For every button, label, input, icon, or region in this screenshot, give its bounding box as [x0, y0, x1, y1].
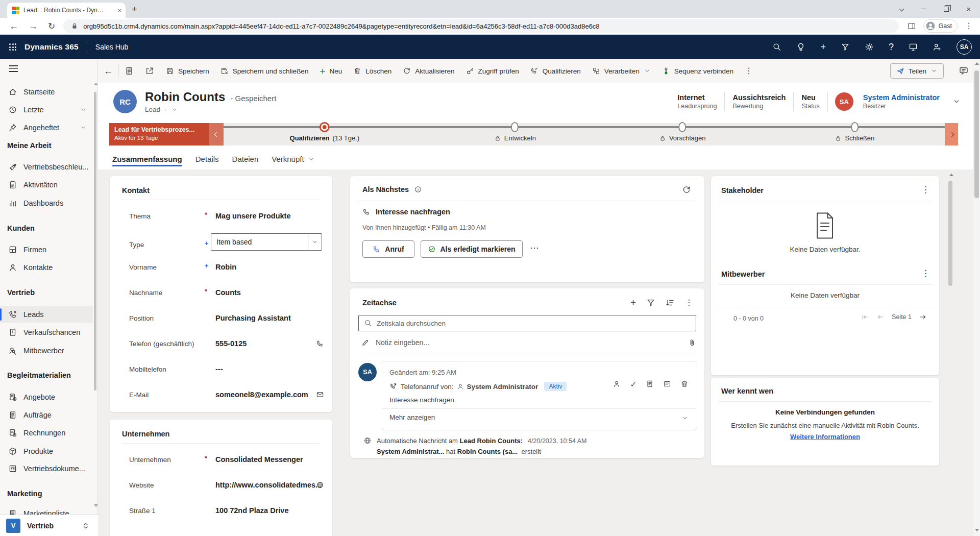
open-in-new-icon[interactable]	[145, 66, 154, 76]
sidebar-item-mitbewerber[interactable]: Mitbewerber	[0, 343, 93, 359]
complete-check-icon[interactable]: ✓	[630, 380, 636, 388]
side-panel-icon[interactable]	[907, 21, 916, 31]
hamburger-menu-icon[interactable]	[9, 65, 18, 72]
stage-entwickeln[interactable]: Entwickeln	[494, 123, 536, 142]
sidebar-item-kontakte[interactable]: Kontakte	[0, 259, 93, 276]
sidebar-scroll-up-icon[interactable]	[94, 83, 98, 85]
stage-vorschlagen[interactable]: Vorschlagen	[659, 123, 706, 142]
stage-qualifizieren[interactable]: Qualifizieren(13 Tge.)	[290, 123, 360, 142]
timeline-search-box[interactable]	[358, 315, 696, 331]
globe-icon[interactable]	[316, 481, 324, 489]
browser-back-icon[interactable]: ←	[9, 21, 18, 31]
process-collapse-button[interactable]	[209, 123, 224, 145]
settings-gear-icon[interactable]	[865, 42, 874, 52]
waffle-icon[interactable]	[9, 43, 16, 51]
sidebar-item-aktivitaeten[interactable]: Aktivitäten	[0, 177, 93, 193]
competitor-more-icon[interactable]: ⋮	[921, 269, 930, 278]
first-page-icon[interactable]	[861, 313, 869, 321]
note-input[interactable]	[376, 338, 688, 347]
window-close-icon[interactable]: ×	[966, 5, 971, 13]
browser-reload-icon[interactable]: ↻	[48, 22, 55, 31]
browser-forward-icon[interactable]: →	[29, 21, 38, 31]
sort-list-icon[interactable]	[666, 298, 675, 307]
browser-tab[interactable]: Lead: : Robin Counts - Dynamics ×	[7, 3, 126, 18]
new-button[interactable]: + Neu	[314, 59, 348, 83]
call-button[interactable]: Anruf	[362, 240, 414, 258]
note-entry-row[interactable]	[358, 335, 696, 350]
header-field-besitzer[interactable]: System Administrator Besitzer	[855, 93, 947, 110]
window-restore-icon[interactable]	[944, 7, 949, 12]
window-menu-icon[interactable]	[899, 7, 904, 12]
quick-create-icon[interactable]: +	[820, 42, 826, 52]
sidebar-item-leads[interactable]: Leads	[0, 306, 93, 323]
timeline-entry[interactable]: Geändert am: 9:25 AM ✓ Telefonanruf von:…	[381, 361, 697, 430]
sidebar-item-firmen[interactable]: Firmen	[0, 241, 93, 258]
sidebar-scrollbar[interactable]	[94, 92, 96, 391]
user-avatar[interactable]: SA	[957, 39, 972, 55]
chevron-down-icon[interactable]	[80, 106, 87, 113]
more-icon[interactable]: ⋮	[685, 299, 693, 307]
paperclip-icon[interactable]	[688, 338, 696, 347]
show-more-link[interactable]: Mehr anzeigen	[389, 413, 435, 421]
more-options-icon[interactable]: ⋯	[530, 243, 539, 253]
brand-title[interactable]: Dynamics 365	[24, 42, 79, 52]
more-commands-icon[interactable]: ⋮	[739, 59, 758, 83]
chat-icon[interactable]	[959, 66, 969, 76]
next-page-icon[interactable]	[919, 313, 927, 321]
chevron-down-icon[interactable]	[80, 124, 87, 131]
sidebar-item-vertriebsbeschleunigung[interactable]: Vertriebsbeschleu...	[0, 159, 93, 175]
type-combobox[interactable]: Item based	[211, 233, 322, 251]
filter-icon[interactable]	[841, 42, 850, 52]
process-button[interactable]: Verarbeiten	[586, 59, 656, 83]
sidebar-item-verkaufschancen[interactable]: Verkaufschancen	[0, 324, 93, 340]
browser-profile-button[interactable]: Gast	[923, 19, 958, 33]
window-minimize-icon[interactable]	[921, 9, 926, 10]
qualify-button[interactable]: Qualifizieren	[525, 59, 586, 83]
feedback-monitor-icon[interactable]	[909, 42, 918, 52]
delete-button[interactable]: Löschen	[348, 59, 397, 83]
timeline-search-input[interactable]	[377, 320, 696, 327]
tab-details[interactable]: Details	[195, 155, 219, 169]
sidebar-item-vertriebsdokumente[interactable]: Vertriebsdokume...	[0, 460, 93, 477]
sidebar-item-letzte[interactable]: Letzte	[0, 102, 93, 118]
share-button[interactable]: Teilen	[890, 63, 944, 79]
tab-zusammenfassung[interactable]: Zusammenfassung	[112, 155, 182, 169]
filter-icon[interactable]	[646, 298, 655, 307]
search-icon[interactable]	[772, 42, 781, 52]
chevron-down-icon[interactable]	[681, 415, 689, 422]
app-name[interactable]: Sales Hub	[95, 43, 129, 51]
refresh-button[interactable]: Aktualisieren	[397, 59, 460, 83]
stakeholder-more-icon[interactable]: ⋮	[921, 185, 930, 194]
open-record-icon[interactable]	[646, 380, 654, 388]
refresh-icon[interactable]	[682, 185, 691, 194]
address-bar[interactable]: orgb95d5c1b.crm4.dynamics.com/main.aspx?…	[63, 19, 898, 33]
entry-user[interactable]: System Administrator	[467, 383, 538, 391]
check-access-button[interactable]: Zugriff prüfen	[460, 59, 525, 83]
delete-icon[interactable]	[680, 380, 689, 388]
tab-close-icon[interactable]: ×	[117, 7, 121, 14]
save-and-close-button[interactable]: Speichern und schließen	[215, 59, 314, 83]
process-name-box[interactable]: Lead für Vertriebsprozes... Aktiv für 13…	[109, 123, 209, 145]
tab-verknuepft[interactable]: Verknüpft	[272, 155, 314, 169]
copilot-lightbulb-icon[interactable]	[796, 42, 805, 52]
help-icon[interactable]: ?	[889, 42, 894, 52]
form-selector-icon[interactable]	[125, 66, 134, 76]
new-tab-button[interactable]: +	[132, 4, 137, 15]
sidebar-item-rechnungen[interactable]: Rechnungen	[0, 425, 93, 441]
add-icon[interactable]: +	[630, 298, 636, 307]
sidebar-scroll-down-icon[interactable]	[94, 504, 98, 507]
sidebar-item-auftraege[interactable]: Aufträge	[0, 407, 93, 423]
content-scroll-up-icon[interactable]	[949, 174, 953, 176]
process-next-stage-button[interactable]	[945, 123, 958, 145]
scroll-up-icon[interactable]	[975, 62, 979, 65]
activity-title[interactable]: Interesse nachfragen	[376, 208, 450, 216]
scroll-down-icon[interactable]	[975, 529, 979, 531]
header-chevron-down-icon[interactable]	[952, 98, 961, 106]
add-note-icon[interactable]	[663, 380, 671, 388]
save-button[interactable]: Speichern	[160, 59, 215, 83]
sidebar-item-startseite[interactable]: Startseite	[0, 84, 93, 100]
stage-schliessen[interactable]: Schließen	[835, 123, 874, 142]
phone-icon[interactable]	[316, 339, 324, 348]
window-scroll-thumb[interactable]	[974, 70, 979, 198]
page-back-icon[interactable]: ←	[98, 59, 118, 83]
